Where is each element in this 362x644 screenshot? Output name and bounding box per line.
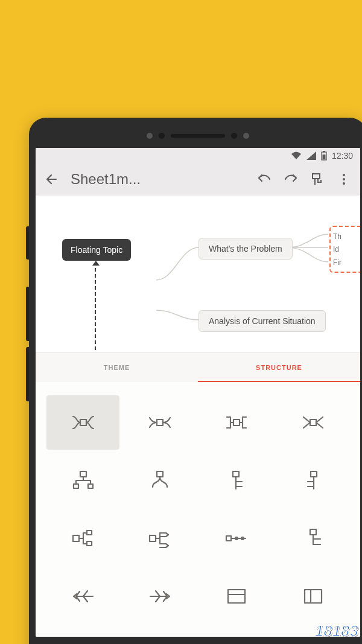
- structure-org-down-step-right[interactable]: [276, 453, 349, 508]
- structure-column[interactable]: [276, 569, 349, 623]
- tab-theme[interactable]: THEME: [36, 353, 198, 382]
- status-time: 12:30: [332, 151, 353, 161]
- svg-rect-9: [233, 419, 240, 426]
- back-button[interactable]: [44, 171, 60, 187]
- signal-icon: [306, 151, 316, 160]
- svg-rect-26: [305, 590, 322, 603]
- svg-point-4: [343, 174, 345, 176]
- mindmap-selection-box[interactable]: Th Id Fir: [329, 226, 360, 273]
- svg-rect-18: [87, 531, 92, 535]
- svg-rect-12: [74, 484, 78, 488]
- volume-button: [26, 347, 29, 401]
- svg-rect-17: [73, 535, 79, 541]
- structure-matrix[interactable]: [200, 569, 273, 623]
- svg-point-6: [343, 182, 345, 185]
- structure-logic-right[interactable]: [46, 511, 119, 566]
- svg-rect-2: [322, 155, 325, 159]
- structure-org-down-curve[interactable]: [123, 453, 196, 508]
- structure-grid: [36, 382, 360, 637]
- svg-rect-24: [310, 529, 316, 535]
- android-navbar: [36, 642, 360, 644]
- structure-balanced-map-soft[interactable]: [123, 395, 196, 450]
- svg-rect-25: [228, 590, 245, 603]
- screen: 12:30 Sheet1m...: [36, 148, 360, 637]
- svg-rect-8: [157, 419, 163, 426]
- svg-rect-3: [313, 174, 320, 179]
- format-button[interactable]: [310, 171, 325, 187]
- volume-button: [26, 287, 29, 341]
- app-toolbar: Sheet1m...: [36, 164, 360, 196]
- svg-rect-13: [88, 484, 93, 488]
- svg-rect-7: [80, 419, 86, 426]
- connector-dashed: [95, 262, 96, 350]
- side-line: Th: [333, 231, 359, 244]
- svg-rect-20: [150, 535, 156, 541]
- structure-timeline[interactable]: [200, 511, 273, 566]
- structure-logic-right-arrow[interactable]: [123, 511, 196, 566]
- redo-button[interactable]: [283, 171, 299, 187]
- phone-frame: 12:30 Sheet1m...: [29, 118, 362, 644]
- structure-tree-right[interactable]: [276, 511, 349, 566]
- phone-speaker: [36, 127, 360, 144]
- svg-rect-1: [323, 151, 325, 152]
- svg-point-5: [343, 178, 345, 180]
- document-title: Sheet1m...: [71, 171, 246, 188]
- status-bar: 12:30: [36, 148, 360, 164]
- svg-rect-10: [310, 419, 316, 426]
- watermark: 18183: [315, 622, 358, 640]
- more-button[interactable]: [336, 171, 352, 187]
- structure-org-down-step[interactable]: [200, 453, 273, 508]
- floating-topic-node[interactable]: Floating Topic: [62, 239, 131, 261]
- panel-tabs: THEME STRUCTURE: [36, 352, 360, 382]
- svg-rect-15: [233, 471, 239, 477]
- mindmap-canvas[interactable]: Floating Topic What's the Problem Analys…: [36, 196, 360, 352]
- svg-rect-21: [226, 536, 231, 541]
- tab-structure[interactable]: STRUCTURE: [198, 353, 360, 382]
- battery-icon: [321, 151, 327, 161]
- side-line: Fir: [333, 257, 359, 270]
- mindmap-node[interactable]: What's the Problem: [198, 238, 293, 260]
- mindmap-node[interactable]: Analysis of Current Situation: [198, 310, 326, 332]
- svg-rect-14: [157, 471, 163, 477]
- svg-rect-16: [311, 471, 317, 477]
- structure-balanced-map-angle[interactable]: [200, 395, 273, 450]
- structure-fishbone-left[interactable]: [46, 569, 119, 623]
- structure-balanced-map[interactable]: [46, 395, 119, 450]
- svg-rect-19: [87, 541, 92, 546]
- structure-balanced-map-line[interactable]: [276, 395, 349, 450]
- structure-fishbone-right[interactable]: [123, 569, 196, 623]
- side-line: Id: [333, 243, 359, 257]
- undo-button[interactable]: [256, 171, 272, 187]
- svg-rect-11: [80, 471, 86, 477]
- wifi-icon: [291, 151, 302, 160]
- structure-org-down[interactable]: [46, 453, 119, 508]
- volume-button: [26, 226, 29, 260]
